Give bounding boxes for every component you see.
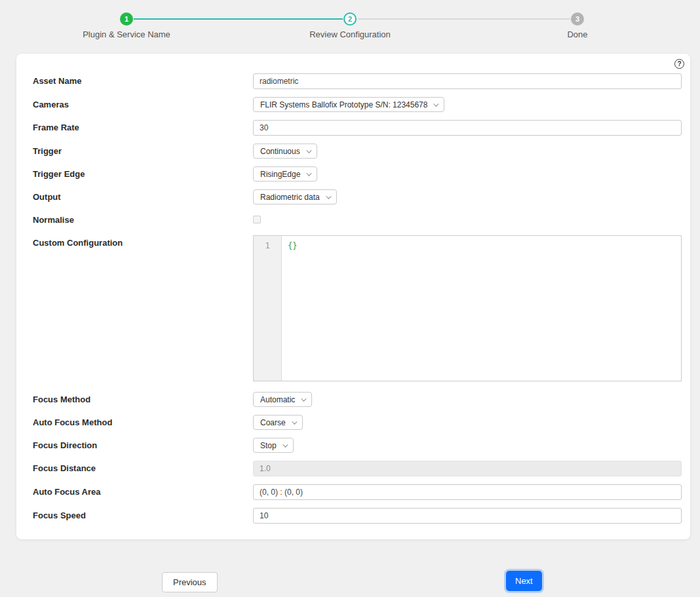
normalise-label: Normalise <box>27 212 253 225</box>
cameras-select[interactable]: FLIR Systems Ballofix Prototype S/N: 123… <box>253 97 444 112</box>
chevron-down-icon <box>307 170 312 176</box>
auto-focus-area-label: Auto Focus Area <box>27 484 253 497</box>
chevron-down-icon <box>326 193 331 199</box>
auto-focus-method-label: Auto Focus Method <box>27 415 253 428</box>
output-select[interactable]: Radiometric data <box>253 189 337 204</box>
form-row-auto-focus-method: Auto Focus Method Coarse <box>27 415 682 430</box>
editor-line-number-gutter: 1 <box>254 236 282 381</box>
focus-method-label: Focus Method <box>27 392 253 405</box>
focus-speed-label: Focus Speed <box>27 508 253 521</box>
step-1-label: Plugin & Service Name <box>83 29 170 39</box>
wizard-footer: Previous Next <box>0 569 700 595</box>
cameras-select-value: FLIR Systems Ballofix Prototype S/N: 123… <box>260 100 427 109</box>
form-row-asset-name: Asset Name <box>27 73 682 89</box>
step-connector-pending <box>358 18 570 20</box>
form-row-focus-direction: Focus Direction Stop <box>27 438 682 453</box>
focus-speed-input[interactable] <box>253 508 682 524</box>
focus-method-select-value: Automatic <box>260 395 295 404</box>
output-label: Output <box>27 189 253 202</box>
trigger-select[interactable]: Continuous <box>253 144 317 159</box>
asset-name-input[interactable] <box>253 73 682 89</box>
form-row-focus-distance: Focus Distance <box>27 461 682 476</box>
form-row-output: Output Radiometric data <box>27 189 682 204</box>
previous-button[interactable]: Previous <box>162 572 218 592</box>
form-row-focus-method: Focus Method Automatic <box>27 392 682 407</box>
step-2-label: Review Configuration <box>309 29 391 39</box>
focus-direction-label: Focus Direction <box>27 438 253 451</box>
focus-method-select[interactable]: Automatic <box>253 392 312 407</box>
auto-focus-method-select-value: Coarse <box>260 418 286 427</box>
frame-rate-input[interactable] <box>253 120 682 136</box>
help-icon[interactable]: ? <box>674 59 684 69</box>
step-1-circle: 1 <box>120 12 133 26</box>
focus-direction-select-value: Stop <box>260 441 277 450</box>
trigger-edge-select-value: RisingEdge <box>260 170 300 179</box>
chevron-down-icon <box>306 147 311 153</box>
step-2-circle: 2 <box>343 12 357 26</box>
custom-configuration-editor: 1 {} <box>253 235 682 381</box>
step-3-circle: 3 <box>571 12 584 26</box>
form-row-trigger-edge: Trigger Edge RisingEdge <box>27 166 682 182</box>
trigger-edge-select[interactable]: RisingEdge <box>253 166 317 182</box>
focus-distance-label: Focus Distance <box>27 461 253 474</box>
frame-rate-label: Frame Rate <box>27 120 253 133</box>
asset-name-label: Asset Name <box>27 73 253 87</box>
form-row-focus-speed: Focus Speed <box>27 508 682 524</box>
form-row-frame-rate: Frame Rate <box>27 120 682 136</box>
form-row-normalise: Normalise <box>27 212 682 225</box>
step-connector-complete <box>134 18 343 20</box>
trigger-edge-label: Trigger Edge <box>27 166 253 180</box>
normalise-checkbox[interactable] <box>253 216 261 223</box>
focus-distance-input <box>253 461 682 476</box>
focus-direction-select[interactable]: Stop <box>253 438 294 453</box>
chevron-down-icon <box>292 419 297 424</box>
trigger-label: Trigger <box>27 144 253 157</box>
chevron-down-icon <box>434 101 439 106</box>
form-row-auto-focus-area: Auto Focus Area <box>27 484 682 500</box>
auto-focus-method-select[interactable]: Coarse <box>253 415 303 430</box>
next-button[interactable]: Next <box>506 571 542 591</box>
chevron-down-icon <box>282 442 288 447</box>
configuration-card: ? Asset Name Cameras FLIR Systems Ballof… <box>16 54 690 539</box>
form-row-trigger: Trigger Continuous <box>27 144 682 159</box>
step-3-label: Done <box>567 29 587 39</box>
cameras-label: Cameras <box>27 97 253 110</box>
custom-configuration-label: Custom Configuration <box>27 235 253 248</box>
auto-focus-area-input[interactable] <box>253 484 682 500</box>
form-row-cameras: Cameras FLIR Systems Ballofix Prototype … <box>27 97 682 112</box>
output-select-value: Radiometric data <box>260 193 320 202</box>
form-row-custom-configuration: Custom Configuration 1 {} <box>27 235 682 381</box>
wizard-stepper: 1 Plugin & Service Name 2 Review Configu… <box>0 0 700 52</box>
chevron-down-icon <box>301 396 307 401</box>
custom-configuration-editor-content[interactable]: {} <box>282 236 681 381</box>
trigger-select-value: Continuous <box>260 147 300 156</box>
